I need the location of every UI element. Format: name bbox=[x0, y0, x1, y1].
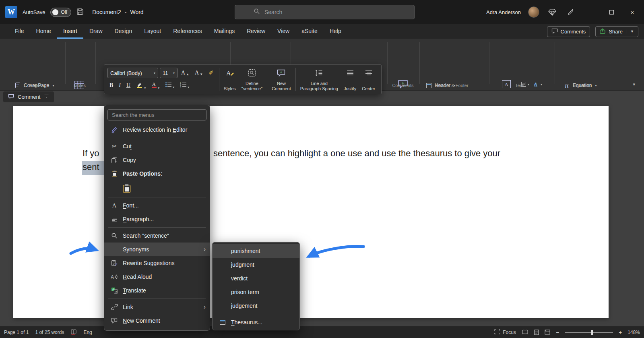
tab-view[interactable]: View bbox=[271, 24, 295, 39]
justify-button[interactable]: Justify bbox=[341, 66, 359, 92]
context-menu-item-read-aloud[interactable]: ARead Aloud bbox=[104, 270, 210, 284]
tab-design[interactable]: Design bbox=[109, 24, 138, 39]
word-logo[interactable]: W bbox=[5, 6, 17, 18]
tab-mailings[interactable]: Mailings bbox=[208, 24, 241, 39]
synonyms-submenu-item-thesaurus[interactable]: Thesaurus... bbox=[213, 315, 299, 329]
document-text-fragment: sentence, you can highlight a one use an… bbox=[213, 148, 500, 159]
tab-insert[interactable]: Insert bbox=[57, 24, 83, 39]
save-button[interactable] bbox=[76, 8, 84, 17]
synonyms-submenu-item-judgement[interactable]: judgement bbox=[213, 299, 299, 313]
paste-option-button[interactable] bbox=[120, 182, 133, 195]
italic-button[interactable]: I bbox=[117, 81, 123, 89]
menu-search-placeholder: Search the menus bbox=[112, 112, 155, 118]
underline-button[interactable]: U bbox=[124, 81, 132, 89]
zoom-slider-thumb[interactable] bbox=[591, 330, 593, 335]
status-bar: Page 1 of 1 1 of 25 words Eng Focus − + … bbox=[0, 326, 644, 338]
center-button[interactable]: Center bbox=[359, 66, 378, 92]
autosave-toggle[interactable]: Off bbox=[50, 8, 71, 17]
gem-icon[interactable] bbox=[547, 9, 558, 16]
read-mode-button[interactable] bbox=[522, 330, 528, 335]
font-name-select[interactable]: Calibri (Body)▾ bbox=[107, 68, 158, 78]
context-menu-item-font[interactable]: AFont... bbox=[104, 199, 210, 212]
document-canvas[interactable]: If yo sentence, you can highlight a one … bbox=[0, 91, 644, 326]
page-indicator[interactable]: Page 1 of 1 bbox=[4, 330, 29, 335]
shrink-font-button[interactable]: A▼ bbox=[193, 69, 205, 77]
web-layout-button[interactable] bbox=[545, 330, 550, 335]
context-menu-item-review-selection-in-editor[interactable]: Review selection in Editor bbox=[104, 123, 210, 137]
justify-label: Justify bbox=[344, 86, 356, 91]
context-menu-item-copy[interactable]: Copy bbox=[104, 153, 210, 167]
text-group-label: Text bbox=[496, 83, 543, 88]
tab-layout[interactable]: Layout bbox=[138, 24, 167, 39]
context-menu-item-paragraph[interactable]: Paragraph... bbox=[104, 212, 210, 226]
tab-references[interactable]: References bbox=[167, 24, 208, 39]
zoom-level[interactable]: 148% bbox=[627, 330, 640, 335]
maximize-button[interactable] bbox=[605, 9, 618, 16]
format-painter-icon: ✐ bbox=[208, 69, 214, 77]
numbering-button[interactable]: 123▾ bbox=[178, 81, 191, 90]
minimize-button[interactable]: — bbox=[584, 9, 597, 16]
search-box[interactable]: Search bbox=[235, 5, 415, 19]
tab-home[interactable]: Home bbox=[30, 24, 57, 39]
new-comment-button[interactable]: NewComment bbox=[269, 66, 294, 92]
zoom-in-button[interactable]: + bbox=[619, 329, 622, 336]
tab-review[interactable]: Review bbox=[241, 24, 271, 39]
context-menu-item-paste-options[interactable]: Paste Options: bbox=[104, 167, 210, 180]
new-comment-label-line2: Comment bbox=[272, 86, 291, 91]
language-indicator[interactable]: Eng bbox=[83, 330, 92, 335]
tab-asuite[interactable]: aSuite bbox=[295, 24, 324, 39]
document-page[interactable]: If yo sentence, you can highlight a one … bbox=[13, 106, 609, 318]
group-separator bbox=[555, 42, 555, 84]
context-menu-item-synonyms[interactable]: Synonyms› bbox=[104, 243, 210, 256]
tab-help[interactable]: Help bbox=[324, 24, 347, 39]
filter-icon[interactable] bbox=[44, 94, 49, 100]
font-color-button[interactable]: A▾ bbox=[149, 81, 161, 91]
synonyms-submenu-item-prison-term[interactable]: prison term bbox=[213, 285, 299, 299]
format-painter-button[interactable]: ✐ bbox=[206, 68, 216, 77]
tab-draw[interactable]: Draw bbox=[83, 24, 109, 39]
context-menu-item-search-sentence[interactable]: Search "sentence" bbox=[104, 229, 210, 243]
chevron-down-icon: ▾ bbox=[188, 85, 189, 89]
context-menu-item-cut[interactable]: ✂Cut bbox=[104, 139, 210, 153]
share-dropdown-chevron-icon[interactable]: ▼ bbox=[627, 29, 634, 33]
chevron-down-icon: ▾ bbox=[173, 71, 175, 75]
synonyms-submenu-item-punishment[interactable]: punishment bbox=[213, 244, 299, 258]
app-name: Word bbox=[130, 9, 143, 15]
group-separator bbox=[65, 42, 66, 84]
zoom-slider[interactable] bbox=[565, 332, 613, 333]
word-count[interactable]: 1 of 25 words bbox=[35, 330, 64, 335]
link-icon bbox=[109, 304, 120, 310]
focus-mode-button[interactable]: Focus bbox=[494, 329, 516, 336]
define-icon bbox=[248, 68, 256, 78]
context-menu-item-new-comment[interactable]: New Comment bbox=[104, 314, 210, 328]
search-icon bbox=[109, 232, 120, 239]
styles-button[interactable]: A Styles bbox=[221, 66, 239, 92]
highlight-color-button[interactable]: ▾ bbox=[134, 81, 148, 91]
context-menu-item-translate[interactable]: AaTranslate bbox=[104, 284, 210, 297]
collapse-ribbon-chevron-icon[interactable]: ▾ bbox=[633, 82, 635, 87]
bullets-button[interactable]: ▾ bbox=[163, 81, 176, 90]
proofing-status-icon[interactable] bbox=[70, 329, 77, 335]
comments-button[interactable]: Comments bbox=[547, 26, 590, 37]
close-button[interactable]: × bbox=[625, 9, 639, 16]
print-layout-button[interactable] bbox=[534, 330, 539, 335]
quick-comment-button[interactable]: Comment bbox=[3, 91, 54, 102]
synonyms-submenu-item-judgment[interactable]: judgment bbox=[213, 258, 299, 272]
tab-file[interactable]: File bbox=[9, 24, 30, 39]
title-separator: - bbox=[125, 9, 127, 15]
context-menu-item-link[interactable]: Link› bbox=[104, 300, 210, 314]
bold-button[interactable]: B bbox=[107, 81, 115, 89]
user-name[interactable]: Adra Anderson bbox=[486, 9, 521, 15]
menu-search-box[interactable]: Search the menus bbox=[107, 109, 206, 120]
zoom-out-button[interactable]: − bbox=[556, 329, 559, 336]
synonyms-submenu-item-verdict[interactable]: verdict bbox=[213, 272, 299, 285]
editing-pen-icon[interactable] bbox=[565, 8, 576, 16]
grow-font-button[interactable]: A▲ bbox=[179, 69, 191, 77]
context-menu-item-rewrite-suggestions[interactable]: Rewrite Suggestions bbox=[104, 256, 210, 270]
define-button[interactable]: Define"sentence" bbox=[239, 66, 265, 92]
new-comment-label-line1: New bbox=[277, 81, 286, 86]
avatar[interactable] bbox=[528, 6, 539, 18]
share-button[interactable]: Share ▼ bbox=[595, 26, 638, 37]
line-spacing-button[interactable]: Line andParagraph Spacing bbox=[297, 66, 341, 92]
font-size-select[interactable]: 11▾ bbox=[160, 68, 178, 78]
